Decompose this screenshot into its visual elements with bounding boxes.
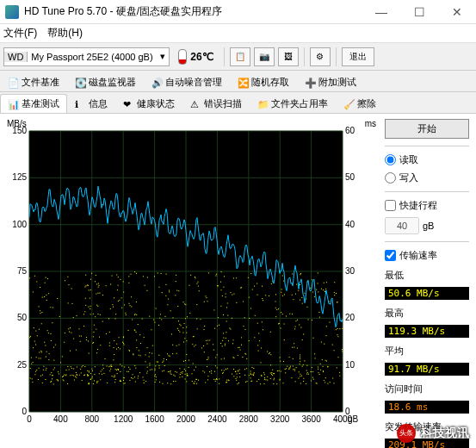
separator bbox=[224, 47, 225, 66]
tab-错误扫描[interactable]: ⚠错误扫描 bbox=[182, 94, 250, 113]
tab-label: 基准测试 bbox=[22, 97, 59, 110]
min-label: 最低 bbox=[385, 269, 469, 282]
separator bbox=[385, 146, 469, 146]
max-value: 119.3 MB/s bbox=[385, 325, 469, 338]
tab-label: 磁盘监视器 bbox=[89, 76, 136, 89]
min-value: 50.6 MB/s bbox=[385, 287, 469, 300]
toutiao-logo-icon: 头条 bbox=[397, 424, 416, 443]
temperature-display: 26℃ bbox=[173, 49, 218, 65]
read-radio[interactable]: 读取 bbox=[385, 153, 469, 166]
tab-信息[interactable]: ℹ信息 bbox=[67, 94, 115, 113]
exit-button[interactable]: 退出 bbox=[342, 47, 374, 66]
short-stroke-input[interactable] bbox=[385, 217, 419, 234]
copy-screenshot-button[interactable]: 📷 bbox=[254, 47, 275, 66]
avg-label: 平均 bbox=[385, 345, 469, 358]
y-axis-left-label: MB/s bbox=[7, 119, 27, 128]
tab-icon: 📊 bbox=[8, 99, 18, 109]
tab-磁盘监视器[interactable]: 💽磁盘监视器 bbox=[67, 72, 144, 91]
tab-icon: ➕ bbox=[305, 78, 315, 88]
tab-label: 信息 bbox=[89, 97, 108, 110]
tab-icon: 🧹 bbox=[343, 99, 354, 109]
app-icon bbox=[5, 5, 19, 19]
tab-label: 擦除 bbox=[357, 97, 376, 110]
y-axis-right-label: ms bbox=[365, 119, 376, 128]
drive-selector[interactable]: WD My Passport 25E2 (4000 gB) ▾ bbox=[3, 47, 170, 66]
tab-icon: 🔀 bbox=[238, 78, 248, 88]
menu-file[interactable]: 文件(F) bbox=[3, 26, 37, 40]
tab-label: 健康状态 bbox=[137, 97, 175, 110]
tab-icon: ❤ bbox=[123, 99, 133, 109]
watermark-text: 科技视讯 bbox=[421, 426, 469, 441]
tab-文件夹占用率[interactable]: 📁文件夹占用率 bbox=[250, 94, 336, 113]
tab-label: 随机存取 bbox=[251, 76, 289, 89]
window-title: HD Tune Pro 5.70 - 硬盘/固态硬盘实用程序 bbox=[24, 4, 362, 19]
access-time-label: 访问时间 bbox=[385, 383, 469, 395]
separator bbox=[385, 191, 469, 192]
access-time-value: 18.6 ms bbox=[385, 401, 469, 414]
minimize-button[interactable]: — bbox=[362, 0, 400, 24]
tab-自动噪音管理[interactable]: 🔊自动噪音管理 bbox=[144, 72, 230, 91]
avg-value: 91.7 MB/s bbox=[385, 363, 469, 376]
tab-icon: ⚠ bbox=[190, 99, 201, 109]
tab-icon: 💽 bbox=[75, 78, 85, 88]
options-button[interactable]: ⚙ bbox=[310, 47, 331, 66]
close-button[interactable]: ✕ bbox=[438, 0, 476, 24]
separator bbox=[385, 241, 469, 242]
tab-label: 错误扫描 bbox=[204, 97, 242, 110]
temperature-value: 26℃ bbox=[190, 51, 213, 63]
separator bbox=[304, 47, 305, 66]
maximize-button[interactable]: ☐ bbox=[400, 0, 438, 24]
tab-擦除[interactable]: 🧹擦除 bbox=[336, 94, 384, 113]
separator bbox=[336, 47, 337, 66]
copy-text-button[interactable]: 📋 bbox=[230, 47, 250, 66]
tab-基准测试[interactable]: 📊基准测试 bbox=[0, 94, 67, 113]
write-radio[interactable]: 写入 bbox=[385, 171, 469, 184]
tab-文件基准[interactable]: 📄文件基准 bbox=[0, 72, 67, 91]
tab-icon: 📁 bbox=[257, 99, 268, 109]
tab-label: 文件基准 bbox=[22, 76, 59, 89]
tab-icon: ℹ bbox=[75, 99, 85, 109]
benchmark-chart bbox=[5, 119, 367, 429]
save-screenshot-button[interactable]: 🖼 bbox=[278, 47, 299, 66]
drive-vendor: WD bbox=[4, 52, 28, 62]
short-stroke-unit: gB bbox=[423, 221, 434, 231]
menu-help[interactable]: 帮助(H) bbox=[47, 26, 83, 40]
max-label: 最高 bbox=[385, 307, 469, 320]
short-stroke-checkbox[interactable]: 快捷行程 bbox=[385, 199, 469, 212]
tab-label: 附加测试 bbox=[318, 76, 356, 89]
transfer-rate-checkbox[interactable]: 传输速率 bbox=[385, 249, 469, 262]
thermometer-icon bbox=[178, 49, 187, 65]
drive-model: My Passport 25E2 (4000 gB) bbox=[28, 52, 157, 62]
tab-label: 自动噪音管理 bbox=[165, 76, 222, 89]
start-button[interactable]: 开始 bbox=[385, 119, 469, 139]
chevron-down-icon: ▾ bbox=[157, 51, 169, 62]
tab-随机存取[interactable]: 🔀随机存取 bbox=[230, 72, 297, 91]
watermark: 头条 科技视讯 bbox=[397, 424, 469, 443]
tab-icon: 📄 bbox=[8, 78, 18, 88]
tab-icon: 🔊 bbox=[151, 78, 162, 88]
tab-附加测试[interactable]: ➕附加测试 bbox=[297, 72, 364, 91]
tab-label: 文件夹占用率 bbox=[271, 97, 328, 110]
tab-健康状态[interactable]: ❤健康状态 bbox=[115, 94, 182, 113]
